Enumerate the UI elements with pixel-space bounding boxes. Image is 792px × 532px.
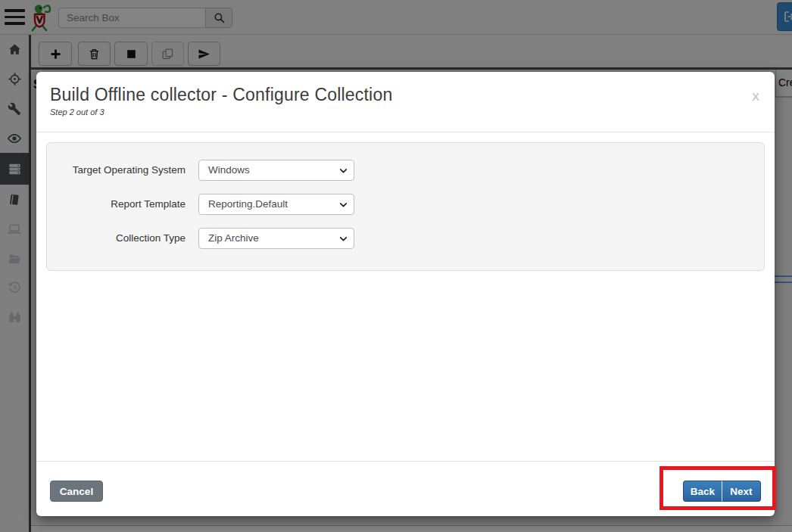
- chevron-down-icon: [338, 166, 348, 176]
- collection-type-value: Zip Archive: [208, 232, 259, 244]
- target-os-label: Target Operating System: [47, 160, 186, 181]
- collection-type-label: Collection Type: [47, 228, 186, 249]
- report-template-value: Reporting.Default: [208, 198, 288, 210]
- configure-collection-form: Target Operating System Windows Report T…: [46, 142, 765, 271]
- modal-title: Build Offline collector - Configure Coll…: [50, 85, 756, 105]
- wizard-nav-button-group: Back Next: [683, 481, 761, 502]
- form-row-report-template: Report Template Reporting.Default: [47, 194, 764, 215]
- chevron-down-icon: [338, 234, 348, 244]
- modal-footer: Cancel Back Next: [36, 461, 775, 516]
- target-os-select[interactable]: Windows: [198, 160, 354, 181]
- build-offline-collector-modal: Build Offline collector - Configure Coll…: [36, 72, 775, 516]
- modal-header: Build Offline collector - Configure Coll…: [36, 72, 775, 132]
- next-button[interactable]: Next: [722, 481, 761, 502]
- close-icon[interactable]: X: [752, 90, 759, 103]
- back-button[interactable]: Back: [683, 481, 722, 502]
- target-os-value: Windows: [208, 164, 250, 176]
- form-row-collection-type: Collection Type Zip Archive: [47, 228, 764, 249]
- collection-type-select[interactable]: Zip Archive: [198, 228, 354, 249]
- cancel-button[interactable]: Cancel: [50, 481, 103, 502]
- form-row-target-os: Target Operating System Windows: [47, 160, 764, 181]
- chevron-down-icon: [338, 200, 348, 210]
- report-template-select[interactable]: Reporting.Default: [198, 194, 354, 215]
- report-template-label: Report Template: [47, 194, 186, 215]
- modal-step-indicator: Step 2 out of 3: [50, 107, 756, 117]
